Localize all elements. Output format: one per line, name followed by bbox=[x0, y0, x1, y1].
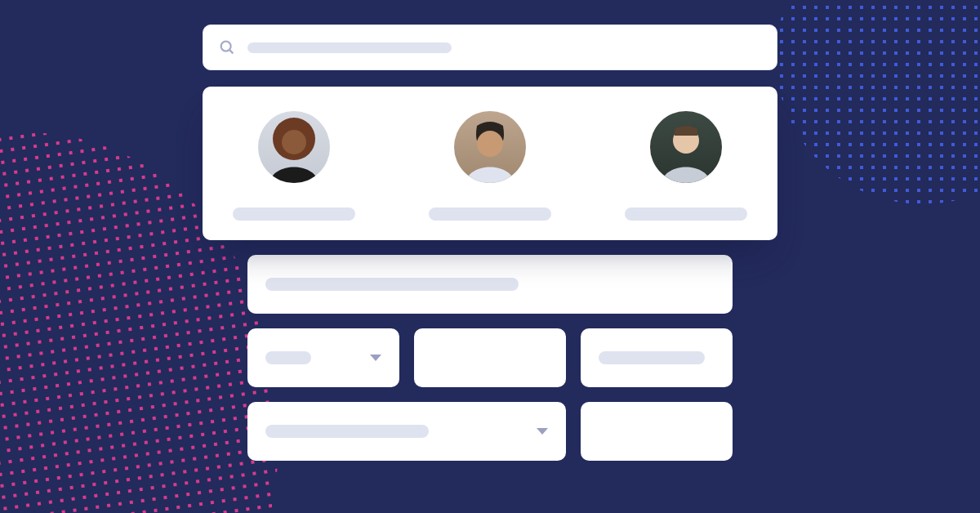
person-icon bbox=[454, 111, 526, 183]
filter-field-2[interactable] bbox=[414, 328, 566, 387]
svg-line-1 bbox=[229, 50, 233, 53]
svg-point-0 bbox=[221, 42, 231, 51]
field-label bbox=[599, 351, 705, 364]
filter-dropdown-1[interactable] bbox=[247, 328, 399, 387]
filter-header-label bbox=[265, 278, 519, 291]
filter-dropdown-2[interactable] bbox=[247, 402, 566, 461]
avatar bbox=[258, 111, 330, 183]
search-icon bbox=[218, 38, 236, 56]
dropdown-label bbox=[265, 425, 429, 438]
result-name bbox=[233, 207, 355, 221]
result-item[interactable] bbox=[425, 111, 555, 221]
avatar bbox=[650, 111, 722, 183]
person-icon bbox=[258, 111, 330, 183]
search-placeholder bbox=[247, 42, 452, 53]
dropdown-label bbox=[265, 351, 311, 364]
person-icon bbox=[650, 111, 722, 183]
search-input[interactable] bbox=[203, 25, 777, 70]
svg-point-3 bbox=[282, 130, 306, 154]
avatar bbox=[454, 111, 526, 183]
results-panel bbox=[203, 87, 777, 240]
chevron-down-icon bbox=[370, 355, 381, 361]
result-item[interactable] bbox=[621, 111, 751, 221]
filter-header-field[interactable] bbox=[247, 255, 733, 314]
filter-form bbox=[247, 227, 733, 461]
chevron-down-icon bbox=[537, 428, 548, 435]
result-name bbox=[429, 207, 551, 221]
filter-field-5[interactable] bbox=[581, 402, 733, 461]
result-item[interactable] bbox=[229, 111, 359, 221]
page-stage bbox=[0, 0, 980, 513]
svg-point-4 bbox=[477, 131, 503, 157]
filter-field-3[interactable] bbox=[581, 328, 733, 387]
result-name bbox=[625, 207, 747, 221]
